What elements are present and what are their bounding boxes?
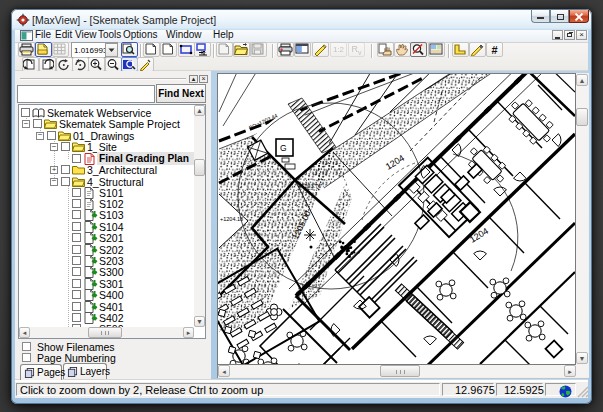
svg-text:+1203.76: +1203.76	[298, 183, 321, 189]
svg-text:G: G	[280, 143, 287, 153]
svg-text:+1204.18: +1204.18	[220, 216, 243, 222]
